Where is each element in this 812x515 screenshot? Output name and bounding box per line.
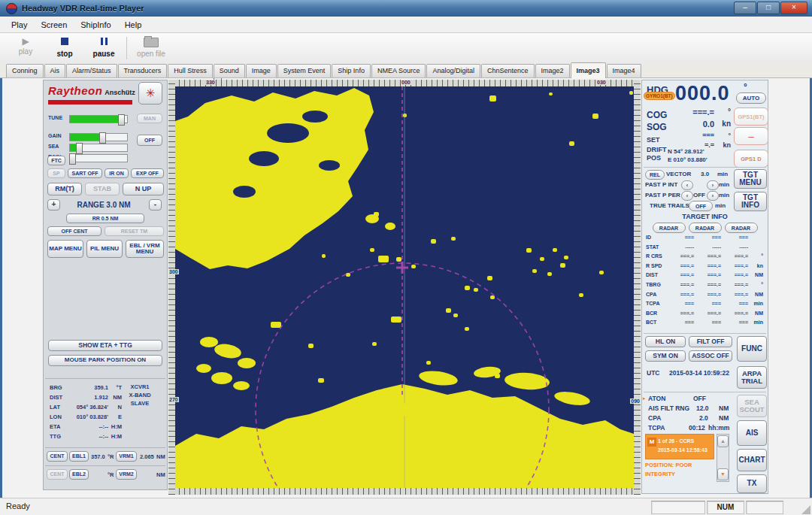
hl-on-button[interactable]: HL ON bbox=[645, 336, 686, 347]
radar-source-button[interactable]: RADAR bbox=[725, 223, 758, 233]
past-p-per-dec-button[interactable]: ‹ bbox=[681, 191, 693, 201]
ebl2-button[interactable]: EBL2 bbox=[69, 469, 89, 480]
sart-button[interactable]: SART OFF bbox=[68, 168, 102, 178]
past-p-per-inc-button[interactable]: › bbox=[707, 191, 719, 201]
sym-on-button[interactable]: SYM ON bbox=[645, 350, 686, 362]
past-p-int-inc-button[interactable]: › bbox=[707, 180, 719, 190]
cent-button-2[interactable]: CENT bbox=[47, 469, 68, 480]
tab-image4[interactable]: Image4 bbox=[607, 64, 641, 77]
tab-sound[interactable]: Sound bbox=[214, 64, 245, 77]
stop-button[interactable]: stop bbox=[47, 35, 83, 61]
north-up-button[interactable]: N UP bbox=[123, 183, 164, 195]
tab-nmea-source[interactable]: NMEA Source bbox=[371, 64, 426, 77]
anschuetz-logo-icon[interactable]: ✳ bbox=[138, 82, 162, 105]
auto-button[interactable]: AUTO bbox=[736, 92, 766, 104]
slider-tune[interactable] bbox=[69, 115, 128, 123]
func-button[interactable]: FUNC bbox=[737, 336, 767, 362]
maximize-button[interactable]: □ bbox=[757, 2, 780, 14]
stab-button[interactable]: STAB bbox=[85, 183, 120, 195]
gps1d-button[interactable]: GPS1 D bbox=[734, 150, 768, 168]
tab-image2[interactable]: Image2 bbox=[535, 64, 570, 77]
target-row-label: ID bbox=[646, 235, 667, 244]
true-trails-off-button[interactable]: OFF bbox=[689, 201, 713, 211]
range-rings-button[interactable]: RR 0.5 NM bbox=[66, 214, 144, 223]
tab-image[interactable]: Image bbox=[246, 64, 277, 77]
tab-ship-info[interactable]: Ship Info bbox=[332, 64, 371, 77]
ebl-vrm-menu-button[interactable]: EBL / VRM MENU bbox=[126, 240, 164, 258]
gps1bt-button[interactable]: GPS1(BT) bbox=[734, 108, 768, 126]
off-center-button[interactable]: OFF CENT bbox=[47, 226, 102, 236]
slider-thumb[interactable] bbox=[69, 153, 76, 165]
sp-button[interactable]: SP bbox=[47, 168, 65, 178]
nav-row-unit: kn bbox=[723, 141, 731, 149]
tab-transducers[interactable]: Transducers bbox=[118, 64, 168, 77]
tgt-info-button[interactable]: TGTINFO bbox=[734, 192, 767, 211]
arpa-trial-button[interactable]: ARPATRIAL bbox=[737, 366, 767, 389]
alarm-badge: M bbox=[647, 438, 656, 447]
drift-source-button[interactable]: — bbox=[734, 127, 768, 145]
tab-conning[interactable]: Conning bbox=[6, 64, 44, 77]
map-menu-button[interactable]: MAP MENU bbox=[47, 240, 83, 258]
filt-off-button[interactable]: FILT OFF bbox=[689, 336, 732, 347]
alarm-list-item[interactable]: M 1 of 26 - CCRS 2015-03-14 12:58:43 bbox=[645, 434, 714, 459]
scroll-up-icon[interactable]: ▲ bbox=[717, 435, 729, 447]
rm-button[interactable]: RM(T) bbox=[47, 183, 82, 195]
menu-item-shipinfo[interactable]: ShipInfo bbox=[74, 19, 117, 31]
target-row-value: === bbox=[694, 301, 721, 311]
menu-item-help[interactable]: Help bbox=[118, 19, 149, 31]
cent-button-1[interactable]: CENT bbox=[47, 451, 68, 462]
scroll-down-icon[interactable]: ▼ bbox=[717, 468, 729, 480]
pil-menu-button[interactable]: PIL MENU bbox=[86, 240, 123, 258]
radar-source-button[interactable]: RADAR bbox=[689, 223, 722, 233]
slider-sea[interactable] bbox=[69, 144, 128, 152]
ebl1-button[interactable]: EBL1 bbox=[69, 451, 89, 462]
tab-hull-stress[interactable]: Hull Stress bbox=[168, 64, 213, 77]
tx-button[interactable]: TX bbox=[737, 474, 767, 493]
target-row-value: === bbox=[721, 320, 748, 329]
off-button[interactable]: OFF bbox=[137, 135, 162, 146]
vrm1-button[interactable]: VRM1 bbox=[116, 451, 137, 462]
vrm2-button[interactable]: VRM2 bbox=[116, 469, 137, 480]
range-plus-button[interactable]: + bbox=[47, 199, 60, 211]
man-button[interactable]: MAN bbox=[137, 114, 162, 123]
rel-vector-button[interactable]: REL bbox=[645, 170, 665, 180]
chart-button[interactable]: CHART bbox=[737, 449, 767, 471]
open-file-button[interactable]: open file bbox=[131, 35, 171, 61]
ais-button[interactable]: AIS bbox=[737, 420, 767, 446]
sea-scout-button[interactable]: SEASCOUT bbox=[737, 395, 767, 417]
assoc-off-button[interactable]: ASSOC OFF bbox=[689, 350, 732, 362]
slider-rain[interactable] bbox=[69, 154, 128, 162]
slider-thumb[interactable] bbox=[118, 114, 125, 126]
past-p-int-dec-button[interactable]: ‹ bbox=[681, 180, 693, 190]
vector-label: VECTOR bbox=[666, 171, 691, 177]
menu-item-screen[interactable]: Screen bbox=[34, 19, 74, 31]
tab-ais[interactable]: Ais bbox=[44, 64, 66, 77]
range-minus-button[interactable]: - bbox=[149, 199, 162, 211]
tab-analog-digital[interactable]: Analog/Digital bbox=[426, 64, 480, 77]
close-button[interactable]: × bbox=[780, 2, 807, 14]
show-eta-button[interactable]: SHOW ETA + TTG bbox=[48, 340, 162, 351]
tab-alarm-status[interactable]: Alarm/Status bbox=[66, 64, 117, 77]
ir-button[interactable]: IR ON bbox=[105, 168, 129, 178]
resize-grip[interactable] bbox=[801, 505, 810, 514]
radar-ppi[interactable] bbox=[175, 86, 634, 488]
reset-tm-button[interactable]: RESET TM bbox=[105, 226, 164, 236]
bearing-scale-bottom bbox=[168, 488, 641, 495]
slider-gain[interactable] bbox=[69, 133, 128, 141]
play-button[interactable]: ▶ play bbox=[8, 35, 44, 61]
minimize-button[interactable]: – bbox=[734, 2, 756, 14]
target-row-value: ===.= bbox=[694, 282, 721, 292]
tgt-menu-button[interactable]: TGTMENU bbox=[734, 169, 767, 189]
tab-image3[interactable]: Image3 bbox=[571, 62, 606, 78]
mouse-park-button[interactable]: MOUSE PARK POSITION ON bbox=[48, 355, 162, 366]
ftc-button[interactable]: FTC bbox=[47, 156, 65, 165]
alarm-scrollbar[interactable]: ▲ ▼ bbox=[717, 434, 729, 482]
tab-chnsentence[interactable]: ChnSentence bbox=[481, 64, 535, 77]
exp-button[interactable]: EXP OFF bbox=[131, 168, 164, 178]
radar-display[interactable]: 330000030300270090 bbox=[168, 80, 641, 495]
radar-source-button[interactable]: RADAR bbox=[653, 223, 686, 233]
menu-item-play[interactable]: Play bbox=[5, 19, 34, 31]
tcpa-label: TCPA bbox=[648, 424, 665, 432]
tab-system-event[interactable]: System Event bbox=[277, 64, 332, 77]
pause-button[interactable]: pause bbox=[86, 35, 122, 61]
